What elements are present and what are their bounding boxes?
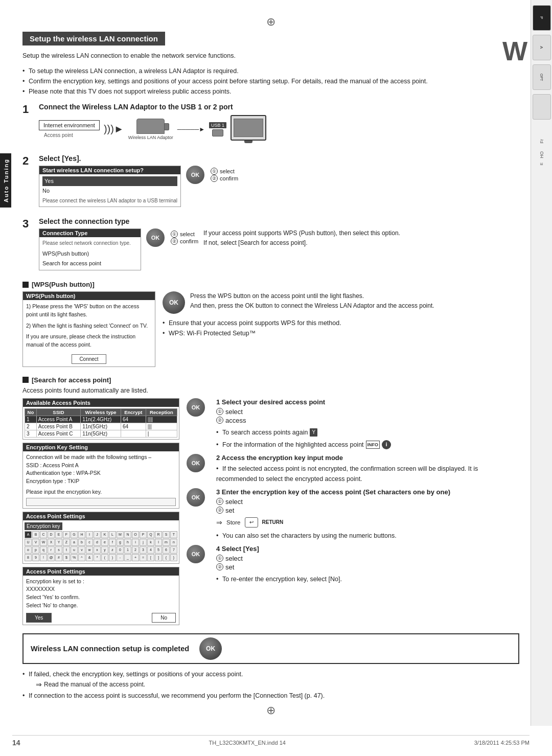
key-percent[interactable]: % [71,554,78,561]
panel3-no-btn[interactable]: No [152,613,176,623]
step3-ok-btn: OK [146,228,165,247]
key-G[interactable]: G [71,531,78,538]
key-9[interactable]: 9 [32,554,39,561]
key-5[interactable]: 5 [155,546,162,554]
key-6[interactable]: 6 [163,546,170,554]
key-E[interactable]: E [55,531,62,538]
key-I[interactable]: I [86,531,93,538]
key-amp[interactable]: & [86,554,93,561]
key-d[interactable]: d [94,539,101,546]
key-x[interactable]: x [94,546,101,554]
key-excl[interactable]: ! [40,554,47,561]
substep4-set: ② set [216,563,519,571]
step3-wps-row: WPS(Push button) [42,249,137,259]
key-1[interactable]: 1 [124,546,131,554]
key-N[interactable]: N [124,531,131,538]
key-rb[interactable]: ] [155,554,162,561]
key-X[interactable]: X [48,539,55,546]
key-e[interactable]: e [101,539,108,546]
key-S[interactable]: S [163,531,170,538]
key-t[interactable]: t [63,546,70,554]
key-k[interactable]: k [147,539,154,546]
key-T[interactable]: T [170,531,177,538]
key-i[interactable]: i [132,539,139,546]
key-j[interactable]: j [140,539,147,546]
key-D[interactable]: D [48,531,55,538]
key-U[interactable]: U [25,539,32,546]
key-underscore[interactable]: _ [124,554,131,561]
key-rp[interactable]: ) [109,554,116,561]
key-v[interactable]: v [78,546,85,554]
key-plus[interactable]: + [132,554,139,561]
key-l[interactable]: l [155,539,162,546]
key-r[interactable]: r [48,546,55,554]
key-V[interactable]: V [32,539,39,546]
key-b[interactable]: b [78,539,85,546]
key-m[interactable]: m [163,539,170,546]
key-z[interactable]: z [109,546,116,554]
key-F[interactable]: F [63,531,70,538]
key-a[interactable]: a [71,539,78,546]
key-3[interactable]: 3 [140,546,147,554]
substep3-select: ① select [216,498,519,506]
key-c[interactable]: c [86,539,93,546]
arrow-right-icon: ⇒ [36,680,42,689]
key-J[interactable]: J [94,531,101,538]
step3-confirm-item: ② confirm [171,238,198,245]
key-8[interactable]: 8 [25,554,32,561]
key-o[interactable]: o [25,546,32,554]
step2-no-row: No [42,186,177,196]
key-star[interactable]: * [94,554,101,561]
key-H[interactable]: H [78,531,85,538]
key-caret[interactable]: ^ [78,554,85,561]
key-lp[interactable]: ( [101,554,108,561]
key-A[interactable]: A [25,531,32,538]
key-g[interactable]: g [117,539,124,546]
key-lb[interactable]: [ [147,554,154,561]
col-wireless: Wireless type [81,408,121,416]
key-R[interactable]: R [155,531,162,538]
step2-num2: ② [211,175,218,182]
return-btn[interactable]: ↩ [245,517,258,528]
key-Z[interactable]: Z [63,539,70,546]
substep2-title: 2 Access the encryption key input mode [216,454,519,462]
key-h[interactable]: h [124,539,131,546]
right-tab-p[interactable]: P [533,5,551,31]
key-L[interactable]: L [109,531,116,538]
key-7[interactable]: 7 [170,546,177,554]
key-dollar[interactable]: $ [63,554,70,561]
key-equals[interactable]: = [140,554,147,561]
key-2[interactable]: 2 [132,546,139,554]
key-4[interactable]: 4 [147,546,154,554]
wps-connect-btn[interactable]: Connect [72,354,106,364]
key-Y[interactable]: Y [55,539,62,546]
right-tab-opt[interactable]: OPT [533,64,551,90]
key-q[interactable]: q [40,546,47,554]
key-B[interactable]: B [32,531,39,538]
access-points-header: Available Access Points [23,399,179,407]
panel3-yes-btn[interactable]: Yes [26,613,52,623]
key-rcb[interactable]: } [170,554,177,561]
key-hash[interactable]: # [55,554,62,561]
key-s[interactable]: s [55,546,62,554]
row1-no: 1 [25,416,37,423]
row2-no: 2 [25,423,37,430]
key-M[interactable]: M [117,531,124,538]
key-n[interactable]: n [170,539,177,546]
key-w[interactable]: w [86,546,93,554]
key-lcb[interactable]: { [163,554,170,561]
key-W[interactable]: W [40,539,47,546]
key-P[interactable]: P [140,531,147,538]
key-y[interactable]: y [101,546,108,554]
key-u[interactable]: u [71,546,78,554]
key-0[interactable]: 0 [117,546,124,554]
key-at[interactable]: @ [48,554,55,561]
key-p[interactable]: p [32,546,39,554]
right-tab-a[interactable]: A [533,35,551,60]
key-minus[interactable]: - [117,554,124,561]
key-K[interactable]: K [101,531,108,538]
key-f[interactable]: f [109,539,116,546]
key-C[interactable]: C [40,531,47,538]
key-Q[interactable]: Q [147,531,154,538]
key-O[interactable]: O [132,531,139,538]
